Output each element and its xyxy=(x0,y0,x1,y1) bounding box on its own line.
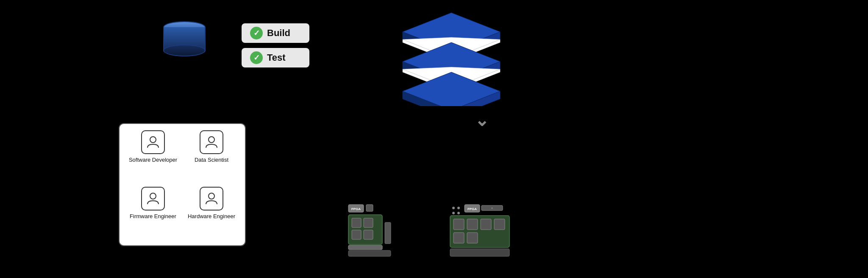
test-label: Test xyxy=(267,52,286,63)
svg-rect-23 xyxy=(352,218,361,227)
svg-rect-44 xyxy=(467,233,478,243)
person-label-hardware-engineer: Hardware Engineer xyxy=(188,213,235,220)
svg-point-17 xyxy=(150,193,156,199)
test-badge: ✓ Test xyxy=(242,48,309,67)
svg-rect-45 xyxy=(450,249,509,256)
svg-text:=: = xyxy=(491,207,493,210)
svg-rect-39 xyxy=(453,219,464,230)
software-stack-icon xyxy=(390,8,513,108)
svg-rect-29 xyxy=(348,250,391,256)
person-label-data-scientist: Data Scientist xyxy=(195,157,228,164)
build-label: Build xyxy=(267,28,290,39)
svg-text:FPGA: FPGA xyxy=(351,207,361,211)
person-icon-firmware-engineer xyxy=(141,187,165,211)
person-label-software-developer: Software Developer xyxy=(129,157,177,164)
fpga-board-left: FPGA xyxy=(348,204,398,261)
svg-rect-21 xyxy=(366,205,373,211)
svg-point-16 xyxy=(209,137,214,143)
svg-text:FPGA: FPGA xyxy=(467,207,477,211)
svg-rect-25 xyxy=(352,230,361,239)
person-icon-software-developer xyxy=(141,130,165,154)
ci-badges: ✓ Build ✓ Test xyxy=(242,23,309,67)
build-check-icon: ✓ xyxy=(250,27,263,39)
build-badge: ✓ Build xyxy=(242,23,309,43)
svg-point-31 xyxy=(457,207,460,209)
svg-rect-42 xyxy=(494,219,505,230)
svg-point-33 xyxy=(457,212,460,214)
svg-rect-40 xyxy=(467,219,478,230)
svg-point-32 xyxy=(452,212,455,214)
svg-point-15 xyxy=(150,137,156,143)
roles-group-box: Software Developer Data Scientist Firmwa… xyxy=(119,123,246,246)
person-icon-data-scientist xyxy=(200,130,223,154)
person-hardware-engineer: Hardware Engineer xyxy=(184,187,239,239)
database-icon xyxy=(161,21,208,68)
svg-rect-41 xyxy=(481,219,491,230)
test-check-icon: ✓ xyxy=(250,51,263,64)
svg-point-18 xyxy=(209,193,214,199)
person-firmware-engineer: Firmware Engineer xyxy=(126,187,180,239)
chevron-down-icon: ⌄ xyxy=(475,110,489,130)
svg-rect-26 xyxy=(364,230,373,239)
person-software-developer: Software Developer xyxy=(126,130,180,183)
svg-point-30 xyxy=(452,207,455,209)
person-label-firmware-engineer: Firmware Engineer xyxy=(130,213,176,220)
main-scene: ✓ Build ✓ Test xyxy=(0,0,868,278)
fpga-board-right: FPGA = xyxy=(449,204,517,261)
svg-rect-28 xyxy=(385,222,391,244)
svg-rect-24 xyxy=(364,218,373,227)
svg-rect-43 xyxy=(453,233,464,243)
person-icon-hardware-engineer xyxy=(200,187,223,211)
person-data-scientist: Data Scientist xyxy=(184,130,239,183)
svg-rect-27 xyxy=(348,245,382,250)
